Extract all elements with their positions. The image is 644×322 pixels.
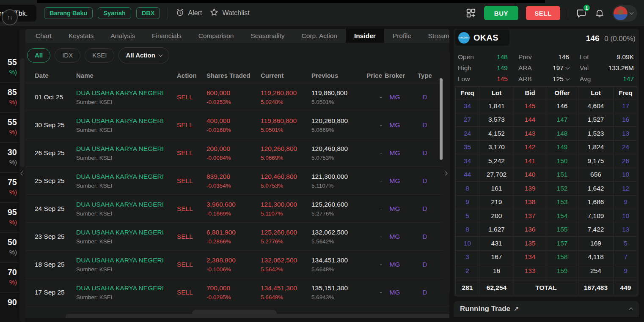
- sell-button[interactable]: SELL: [526, 6, 560, 20]
- alert-button[interactable]: Alert: [176, 8, 202, 19]
- current-pct: 5.0501%: [261, 127, 311, 133]
- symbol-tag[interactable]: Barang Baku: [44, 7, 93, 19]
- tab[interactable]: Stream: [420, 29, 449, 43]
- col-offer-freq: Freq: [614, 87, 638, 99]
- stat-label: ARA: [518, 64, 532, 72]
- order-book-row[interactable]: 5 200 137 154 7,109 10: [456, 209, 637, 223]
- dashboard-add-icon[interactable]: [465, 8, 476, 19]
- watchlist-rail-item[interactable]: 90: [0, 293, 19, 322]
- tab[interactable]: Seasonality: [242, 29, 293, 43]
- rail-scrollbar-thumb[interactable]: [20, 58, 25, 167]
- insider-row[interactable]: 24 Sep 25 DUA USAHA KARYA NEGERI Sumber:…: [25, 195, 449, 223]
- previous-value: 135,151,300: [311, 284, 363, 292]
- running-trade-section[interactable]: Running Trade ↗: [454, 301, 639, 317]
- order-book-row[interactable]: 8 1,627 136 155 7,422 13: [456, 223, 637, 237]
- rail-change-pct: %): [0, 247, 17, 257]
- bell-icon[interactable]: [594, 8, 605, 18]
- collapse-left-panel-button[interactable]: [19, 169, 25, 177]
- expand-right-panel-button[interactable]: [444, 169, 447, 177]
- chevron-down-icon[interactable]: [566, 76, 570, 81]
- insider-name: DUA USAHA KARYA NEGERI: [76, 117, 177, 125]
- watchlist-rail-item[interactable]: 95 %): [0, 203, 19, 233]
- insider-row[interactable]: 01 Oct 25 DUA USAHA KARYA NEGERI Sumber:…: [25, 83, 449, 111]
- order-book-row[interactable]: 24 4,152 143 148 1,523 13: [456, 127, 637, 141]
- insider-row[interactable]: 30 Sep 25 DUA USAHA KARYA NEGERI Sumber:…: [25, 111, 449, 139]
- filter-chip[interactable]: All: [27, 48, 50, 63]
- order-book-row[interactable]: 10 431 135 157 169 5: [456, 237, 637, 251]
- filter-chip[interactable]: IDX: [55, 48, 80, 63]
- insider-row[interactable]: 23 Sep 25 DUA USAHA KARYA NEGERI Sumber:…: [25, 223, 449, 251]
- order-book-row[interactable]: 44 27,702 140 151 656 10: [456, 168, 637, 182]
- bid-lot: 16: [479, 264, 514, 278]
- offer-freq: 7: [614, 251, 638, 264]
- bid-freq: 5: [456, 209, 479, 223]
- cell-shares-traded: 400,000 -0.0168%: [206, 117, 261, 133]
- tab[interactable]: Corp. Action: [293, 29, 346, 43]
- bid-lot: 219: [479, 196, 514, 209]
- insider-row[interactable]: 17 Sep 25 DUA USAHA KARYA NEGERI Sumber:…: [25, 278, 449, 306]
- rail-change-pct: %): [0, 97, 17, 107]
- offer-lot: 1,523: [578, 127, 614, 140]
- watchlist-rail-item[interactable]: 30 %): [0, 143, 19, 173]
- watchlist-rail-item[interactable]: 85 %): [0, 83, 19, 113]
- order-book-row[interactable]: 8 161 139 152 1,642 12: [456, 182, 637, 196]
- action-filter-dropdown[interactable]: All Action: [118, 47, 169, 63]
- quote-stat: ARB 125: [518, 74, 569, 85]
- watchlist-rail-item[interactable]: 55 %): [0, 113, 19, 143]
- order-book-row[interactable]: 34 5,242 141 150 9,175 26: [456, 154, 637, 168]
- account-menu[interactable]: [612, 5, 637, 22]
- external-link-icon[interactable]: ↗: [514, 305, 519, 313]
- order-book-row[interactable]: 27 3,573 144 147 1,527 16: [456, 113, 637, 127]
- insider-row[interactable]: 26 Sep 25 DUA USAHA KARYA NEGERI Sumber:…: [25, 139, 449, 167]
- tab[interactable]: Insider: [346, 29, 384, 43]
- chevron-down-icon[interactable]: [566, 65, 570, 70]
- chat-icon[interactable]: 1: [576, 8, 587, 19]
- quote-panel: ANCORA OKAS 146 0 (0.00%) Open 148 Prev …: [454, 29, 639, 297]
- stat-label: Val: [580, 64, 589, 72]
- symbol-tag[interactable]: Syariah: [98, 7, 131, 19]
- collapse-running-trade-button[interactable]: [630, 305, 633, 313]
- cell-type: D: [407, 261, 442, 268]
- current-value: 120,260,800: [261, 145, 311, 153]
- cell-previous: 135,151,300 5.6943%: [311, 284, 363, 300]
- ticker-selector[interactable]: ANCORA OKAS: [455, 30, 509, 46]
- previous-pct: 5.6943%: [311, 294, 363, 300]
- filter-chip[interactable]: KSEI: [85, 48, 114, 63]
- order-book-row[interactable]: 35 3,170 142 149 1,824 24: [456, 141, 637, 155]
- last-price: 146: [586, 34, 600, 43]
- order-book-row[interactable]: 34 1,841 145 146 4,604 17: [456, 99, 637, 113]
- order-book-row[interactable]: 9 219 138 153 1,686 9: [456, 196, 637, 210]
- cell-price: -: [363, 121, 382, 129]
- tab[interactable]: Comparison: [190, 29, 242, 43]
- cell-name: DUA USAHA KARYA NEGERI Sumber: KSEI: [76, 257, 177, 273]
- table-scrollbar-thumb[interactable]: [440, 78, 443, 160]
- offer-price: 150: [546, 154, 578, 168]
- tab[interactable]: Analysis: [102, 29, 143, 43]
- offer-lot: 169: [578, 237, 614, 250]
- tab[interactable]: Financials: [143, 29, 190, 43]
- bid-freq: 8: [456, 223, 479, 237]
- offer-freq: 17: [614, 99, 638, 113]
- stat-value-text: 147: [623, 75, 634, 83]
- bid-freq: 24: [456, 127, 479, 140]
- tab[interactable]: Chart: [27, 29, 60, 43]
- watchlist-rail-item[interactable]: 50 %): [0, 233, 19, 263]
- insider-row[interactable]: 18 Sep 25 DUA USAHA KARYA NEGERI Sumber:…: [25, 251, 449, 278]
- bid-price: 141: [514, 154, 546, 168]
- rail-price: 95: [0, 207, 17, 217]
- insider-row[interactable]: 25 Sep 25 DUA USAHA KARYA NEGERI Sumber:…: [25, 167, 449, 195]
- watchlist-rail-item[interactable]: 55 %): [0, 53, 19, 83]
- watchlist-rail-item[interactable]: 75 %): [0, 173, 19, 203]
- order-book-row[interactable]: 3 167 134 158 4,118 7: [456, 251, 637, 265]
- tab[interactable]: Keystats: [60, 29, 102, 43]
- cell-date: 23 Sep 25: [35, 233, 76, 240]
- symbol-tag[interactable]: DBX: [136, 7, 160, 19]
- order-book-row[interactable]: 2 16 133 159 254 9: [456, 264, 637, 278]
- buy-button[interactable]: BUY: [484, 6, 518, 20]
- watchlist-button[interactable]: Watchlist: [209, 8, 249, 19]
- tab[interactable]: Profile: [384, 29, 420, 43]
- sort-button[interactable]: ↑↓: [2, 9, 18, 25]
- column-header: Previous: [311, 72, 363, 79]
- horizontal-scrollbar[interactable]: [66, 314, 449, 318]
- watchlist-rail-item[interactable]: 70 %): [0, 263, 19, 293]
